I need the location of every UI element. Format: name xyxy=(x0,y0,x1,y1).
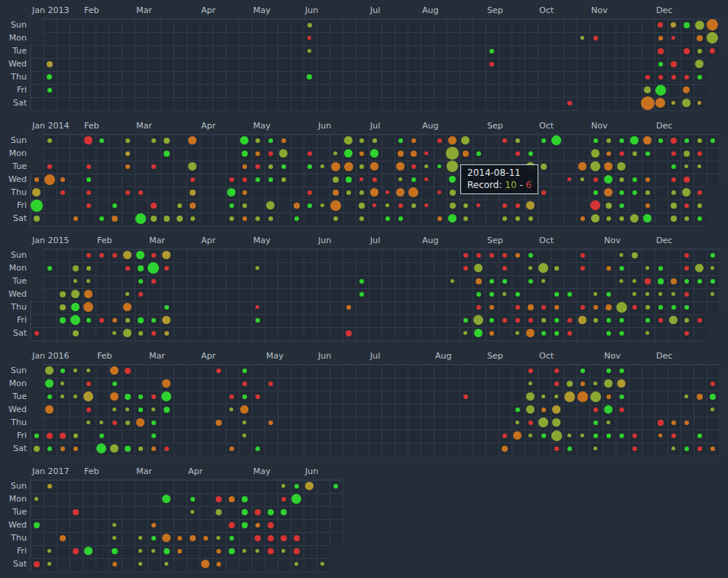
game-dot[interactable] xyxy=(112,382,117,386)
game-dot[interactable] xyxy=(71,290,80,298)
game-dot[interactable] xyxy=(671,36,675,40)
game-dot[interactable] xyxy=(229,446,234,451)
game-dot[interactable] xyxy=(515,305,520,310)
game-dot[interactable] xyxy=(229,408,233,411)
game-dot[interactable] xyxy=(463,216,468,221)
game-dot[interactable] xyxy=(164,138,170,144)
game-dot[interactable] xyxy=(515,216,520,221)
game-dot[interactable] xyxy=(541,138,546,143)
game-dot[interactable] xyxy=(138,265,144,271)
game-dot[interactable] xyxy=(697,49,702,54)
game-dot[interactable] xyxy=(99,318,104,323)
game-dot[interactable] xyxy=(47,266,52,271)
game-dot[interactable] xyxy=(73,369,77,372)
game-dot[interactable] xyxy=(242,177,247,182)
game-dot[interactable] xyxy=(643,214,652,222)
game-dot[interactable] xyxy=(619,253,623,257)
game-dot[interactable] xyxy=(437,164,441,168)
game-dot[interactable] xyxy=(112,548,118,554)
game-dot[interactable] xyxy=(268,421,273,425)
game-dot[interactable] xyxy=(632,190,637,195)
game-dot[interactable] xyxy=(112,331,116,335)
game-dot[interactable] xyxy=(333,216,338,221)
game-dot[interactable] xyxy=(697,190,702,195)
game-dot[interactable] xyxy=(502,138,507,143)
game-dot[interactable] xyxy=(307,23,312,28)
game-dot[interactable] xyxy=(554,266,559,271)
game-dot[interactable] xyxy=(330,200,341,211)
game-dot[interactable] xyxy=(385,203,389,207)
game-dot[interactable] xyxy=(541,395,545,398)
game-dot[interactable] xyxy=(593,138,598,143)
game-dot[interactable] xyxy=(528,369,533,373)
game-dot[interactable] xyxy=(489,331,494,336)
game-dot[interactable] xyxy=(229,216,234,221)
game-dot[interactable] xyxy=(229,522,235,528)
game-dot[interactable] xyxy=(710,253,715,258)
game-dot[interactable] xyxy=(593,177,598,182)
game-dot[interactable] xyxy=(554,318,559,323)
game-dot[interactable] xyxy=(541,164,547,170)
game-dot[interactable] xyxy=(86,369,90,372)
game-dot[interactable] xyxy=(619,177,624,182)
game-dot[interactable] xyxy=(333,177,339,183)
game-dot[interactable] xyxy=(216,496,222,502)
game-dot[interactable] xyxy=(99,216,104,221)
game-dot[interactable] xyxy=(502,203,507,208)
game-dot[interactable] xyxy=(255,549,259,553)
game-dot[interactable] xyxy=(255,138,260,143)
game-dot[interactable] xyxy=(242,509,248,515)
game-dot[interactable] xyxy=(307,49,311,53)
game-dot[interactable] xyxy=(632,177,637,182)
game-dot[interactable] xyxy=(564,391,575,402)
game-dot[interactable] xyxy=(242,369,247,373)
game-dot[interactable] xyxy=(551,135,561,145)
game-dot[interactable] xyxy=(268,382,273,386)
game-dot[interactable] xyxy=(437,190,441,194)
game-dot[interactable] xyxy=(110,392,119,401)
game-dot[interactable] xyxy=(164,562,168,566)
game-dot[interactable] xyxy=(242,203,247,208)
game-dot[interactable] xyxy=(632,446,637,451)
game-dot[interactable] xyxy=(162,316,171,324)
game-dot[interactable] xyxy=(643,136,652,144)
game-dot[interactable] xyxy=(528,253,533,258)
game-dot[interactable] xyxy=(34,446,40,452)
game-dot[interactable] xyxy=(593,382,597,385)
game-dot[interactable] xyxy=(474,329,483,337)
game-dot[interactable] xyxy=(112,421,117,425)
game-dot[interactable] xyxy=(671,278,677,284)
game-dot[interactable] xyxy=(606,203,612,209)
game-dot[interactable] xyxy=(567,331,572,336)
game-dot[interactable] xyxy=(697,203,702,208)
game-dot[interactable] xyxy=(541,331,546,336)
game-dot[interactable] xyxy=(683,86,690,93)
game-dot[interactable] xyxy=(606,292,611,297)
game-dot[interactable] xyxy=(60,177,65,182)
game-dot[interactable] xyxy=(604,405,613,414)
game-dot[interactable] xyxy=(346,177,352,183)
game-dot[interactable] xyxy=(645,292,649,296)
game-dot[interactable] xyxy=(671,177,676,182)
game-dot[interactable] xyxy=(606,266,611,271)
game-dot[interactable] xyxy=(242,549,246,553)
game-dot[interactable] xyxy=(671,75,676,80)
game-dot[interactable] xyxy=(591,149,600,157)
game-dot[interactable] xyxy=(291,494,301,504)
game-dot[interactable] xyxy=(32,188,41,196)
game-dot[interactable] xyxy=(552,405,561,414)
game-dot[interactable] xyxy=(671,434,676,438)
game-dot[interactable] xyxy=(255,535,261,541)
game-dot[interactable] xyxy=(60,369,65,373)
game-dot[interactable] xyxy=(86,190,91,195)
game-dot[interactable] xyxy=(684,446,689,451)
game-dot[interactable] xyxy=(372,138,377,143)
game-dot[interactable] xyxy=(31,200,43,212)
game-dot[interactable] xyxy=(227,188,236,196)
game-dot[interactable] xyxy=(112,318,117,323)
game-dot[interactable] xyxy=(619,138,624,143)
game-dot[interactable] xyxy=(476,305,481,310)
game-dot[interactable] xyxy=(86,421,90,424)
game-dot[interactable] xyxy=(112,203,117,208)
game-dot[interactable] xyxy=(255,164,260,169)
